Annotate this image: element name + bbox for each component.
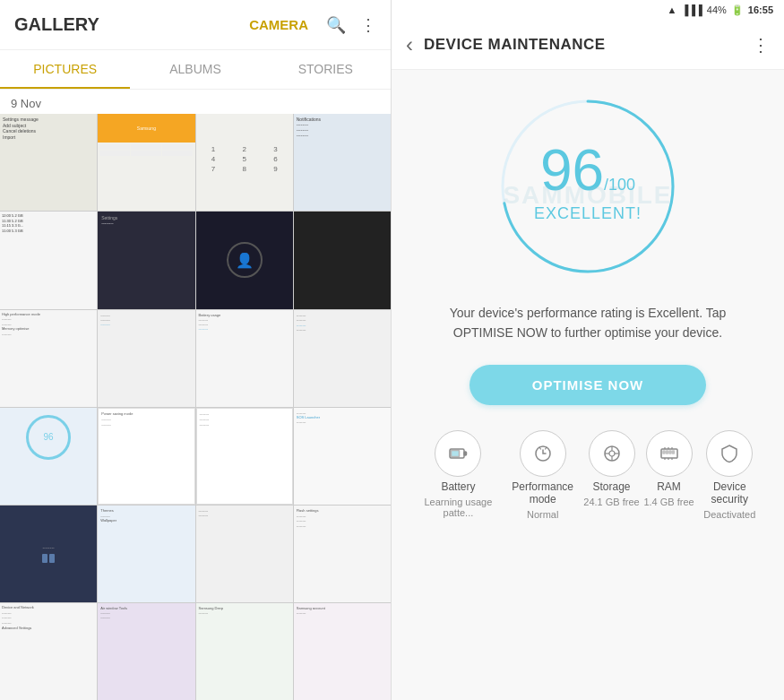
storage-icon	[601, 443, 623, 464]
score-max: /100	[604, 176, 635, 194]
optimise-button[interactable]: OPTIMISE NOW	[470, 365, 707, 405]
performance-sublabel: Normal	[527, 509, 558, 520]
list-item[interactable]: 👤	[196, 212, 293, 308]
svg-rect-14	[666, 451, 668, 454]
camera-button[interactable]: CAMERA	[249, 17, 308, 32]
more-options-icon[interactable]: ⋮	[360, 15, 376, 35]
list-item[interactable]: ----------------	[196, 506, 293, 602]
battery-icon: 🔋	[731, 4, 744, 16]
ram-icon-circle[interactable]	[646, 430, 693, 477]
list-item[interactable]: Settings messageAdd subjectCancel deleti…	[0, 114, 97, 211]
storage-label: Storage	[593, 480, 631, 493]
list-item[interactable]: Notifications------------------------	[294, 114, 391, 211]
photo-grid-section: Settings messageAdd subjectCancel deleti…	[0, 114, 391, 700]
performance-icon-circle[interactable]	[520, 430, 566, 477]
search-icon[interactable]: 🔍	[326, 15, 346, 35]
gallery-panel: GALLERY CAMERA 🔍 ⋮ PICTURES ALBUMS STORI…	[0, 0, 392, 700]
svg-rect-15	[669, 451, 671, 454]
bottom-icons-row: Battery Learning usage patte... Performa…	[409, 430, 766, 520]
date-label: 9 Nov	[0, 90, 391, 114]
ram-item: RAM 1.4 GB free	[641, 430, 698, 520]
list-item[interactable]: --------	[0, 506, 97, 602]
battery-label: Battery	[441, 480, 475, 493]
score-description: Your device's performance rating is Exce…	[409, 303, 766, 343]
maintenance-content: 96 /100 EXCELLENT! SAMMOBILE Your device…	[392, 70, 784, 700]
security-sublabel: Deactivated	[703, 509, 755, 520]
svg-rect-3	[464, 452, 467, 455]
score-label: EXCELLENT!	[534, 204, 642, 223]
header-icons: 🔍 ⋮	[326, 15, 376, 35]
list-item[interactable]: Themes--------Wallpaper	[98, 506, 194, 602]
storage-sublabel: 24.1 GB free	[583, 497, 639, 507]
list-item[interactable]	[294, 212, 391, 308]
tab-pictures[interactable]: PICTURES	[0, 50, 130, 89]
ram-sublabel: 1.4 GB free	[643, 497, 694, 507]
list-item[interactable]: Air window Tools----------------	[98, 603, 194, 700]
list-item[interactable]: Device and Network----------------------…	[0, 603, 97, 700]
gallery-tabs: PICTURES ALBUMS STORIES	[0, 50, 391, 90]
score-overlay: 96 /100 EXCELLENT!	[534, 142, 642, 223]
battery-sublabel: Learning usage patte...	[414, 497, 503, 518]
score-circle: 96 /100 EXCELLENT!	[489, 88, 686, 285]
list-item[interactable]: Power saving mode----------------	[98, 408, 194, 505]
list-item[interactable]: Samsung Deep--------	[196, 603, 293, 700]
svg-rect-16	[672, 451, 674, 454]
list-item[interactable]: Samsung account--------	[294, 603, 391, 700]
time-text: 16:55	[748, 4, 773, 15]
signal-icon: ▐▐▐	[681, 4, 702, 15]
list-item[interactable]: Battery usage------------------------	[196, 310, 293, 407]
back-button[interactable]: ‹	[406, 32, 413, 57]
list-item[interactable]: 96	[0, 408, 97, 505]
gallery-header: GALLERY CAMERA 🔍 ⋮	[0, 0, 391, 50]
maintenance-title: DEVICE MAINTENANCE	[424, 36, 752, 54]
photo-grid: Settings messageAdd subjectCancel deleti…	[0, 114, 391, 700]
maintenance-panel: ▲ ▐▐▐ 44% 🔋 16:55 ‹ DEVICE MAINTENANCE ⋮	[392, 0, 784, 700]
battery-text: 44%	[707, 4, 727, 15]
storage-item: Storage 24.1 GB free	[583, 430, 641, 520]
svg-rect-13	[663, 451, 665, 454]
performance-icon	[532, 443, 554, 464]
battery-icon-circle[interactable]	[435, 430, 481, 477]
score-section: 96 /100 EXCELLENT! SAMMOBILE	[489, 88, 686, 303]
tab-stories[interactable]: STORIES	[261, 50, 391, 89]
performance-item: Performance mode Normal	[503, 430, 583, 520]
score-number: 96	[540, 142, 604, 199]
battery-item: Battery Learning usage patte...	[414, 430, 503, 520]
maintenance-more-icon[interactable]: ⋮	[752, 34, 770, 56]
list-item[interactable]: --------SOS Launcher--------	[294, 408, 391, 505]
svg-rect-4	[452, 450, 460, 456]
list-item[interactable]: High performance mode----------------Mem…	[0, 310, 97, 407]
list-item[interactable]: ------------------------	[196, 408, 293, 505]
wifi-icon: ▲	[668, 4, 677, 15]
list-item[interactable]: Settings--------	[98, 212, 194, 308]
tab-albums[interactable]: ALBUMS	[130, 50, 260, 89]
security-label: Device security	[698, 480, 762, 506]
list-item[interactable]: 123456789	[196, 114, 293, 211]
security-item: Device security Deactivated	[698, 430, 762, 520]
status-bar: ▲ ▐▐▐ 44% 🔋 16:55	[392, 0, 784, 20]
maintenance-header: ‹ DEVICE MAINTENANCE ⋮	[392, 20, 784, 70]
gallery-title: GALLERY	[14, 14, 99, 35]
list-item[interactable]: Samsung	[98, 114, 194, 211]
security-icon	[719, 443, 740, 464]
performance-label: Performance mode	[503, 480, 583, 506]
list-item[interactable]: --------------------------------	[294, 310, 391, 407]
ram-icon	[659, 443, 680, 464]
battery-icon	[447, 443, 469, 464]
ram-label: RAM	[657, 480, 681, 493]
storage-icon-circle[interactable]	[589, 430, 635, 477]
list-item[interactable]: 12:00 5.2 GB11:30 5.2 GB11:15 3.3 G...11…	[0, 212, 97, 308]
security-icon-circle[interactable]	[706, 430, 753, 477]
svg-point-7	[609, 451, 615, 456]
list-item[interactable]: Flash settings------------------------	[294, 506, 391, 602]
list-item[interactable]: ------------------------	[98, 310, 194, 407]
